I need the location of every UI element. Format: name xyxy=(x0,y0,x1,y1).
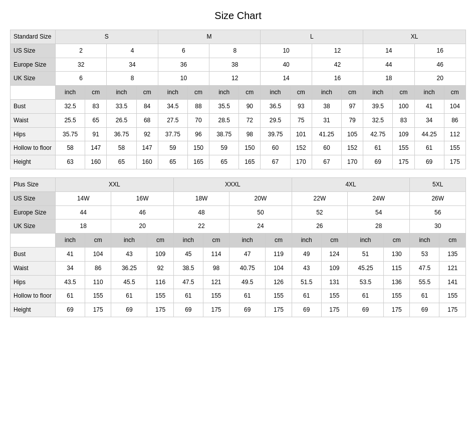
unit-0: inch xyxy=(56,86,85,100)
us-size-6: 6 xyxy=(158,44,209,58)
us-size-label-plus: US Size xyxy=(11,191,56,205)
unit-9: cm xyxy=(290,86,312,100)
europe-size-row: Europe Size 32 34 36 38 40 42 44 46 xyxy=(11,58,466,72)
unit-13: cm xyxy=(393,86,414,100)
unit-6: inch xyxy=(209,86,239,100)
unit-empty xyxy=(11,86,56,100)
hollow-label-plus: Hollow to floor xyxy=(11,289,56,303)
uk-size-row: UK Size 6 8 10 12 14 16 18 20 xyxy=(11,72,466,86)
uk-12: 12 xyxy=(209,72,261,86)
unit-8: inch xyxy=(261,86,290,100)
us-size-2: 2 xyxy=(56,44,107,58)
page-title: Size Chart xyxy=(10,10,466,22)
waist-row-standard: Waist 25.5 65 26.5 68 27.5 70 28.5 72 29… xyxy=(11,113,466,127)
uk-size-row-plus: UK Size 18 20 22 24 26 28 30 xyxy=(11,219,466,234)
eu-42: 42 xyxy=(312,58,363,72)
unit-15: cm xyxy=(444,86,465,100)
us-size-12: 12 xyxy=(312,44,363,58)
europe-size-row-plus: Europe Size 44 46 48 50 52 54 56 xyxy=(11,205,466,219)
unit-row-plus: inch cm inch cm inch cm inch cm inch cm … xyxy=(11,234,466,248)
uk-6: 6 xyxy=(56,72,107,86)
uk-8: 8 xyxy=(107,72,158,86)
unit-4: inch xyxy=(158,86,187,100)
unit-2: inch xyxy=(107,86,136,100)
group-l: L xyxy=(261,30,363,44)
eu-36: 36 xyxy=(158,58,209,72)
hollow-row-plus: Hollow to floor 61 155 61 155 61 155 61 … xyxy=(11,289,466,303)
group-xxl: XXL xyxy=(56,177,174,191)
hollow-row-standard: Hollow to floor 58 147 58 147 59 150 59 … xyxy=(11,141,466,155)
us-size-14: 14 xyxy=(363,44,414,58)
uk-20: 20 xyxy=(414,72,465,86)
us-size-row: US Size 2 4 6 8 10 12 14 16 xyxy=(11,44,466,58)
hips-row-plus: Hips 43.5 110 45.5 116 47.5 121 49.5 126… xyxy=(11,275,466,289)
plus-header-row: Plus Size XXL XXXL 4XL 5XL xyxy=(11,177,466,191)
group-xxxl: XXXL xyxy=(173,177,292,191)
uk-size-label-plus: UK Size xyxy=(11,219,56,234)
standard-header-row: Standard Size S M L XL xyxy=(11,30,466,44)
eu-46: 46 xyxy=(414,58,465,72)
uk-16: 16 xyxy=(312,72,363,86)
unit-row-standard: inch cm inch cm inch cm inch cm inch cm … xyxy=(11,86,466,100)
bust-row-plus: Bust 41 104 43 109 45 114 47 119 49 124 … xyxy=(11,247,466,261)
us-size-label: US Size xyxy=(11,44,56,58)
height-label: Height xyxy=(11,155,56,169)
eu-44: 44 xyxy=(363,58,414,72)
height-label-plus: Height xyxy=(11,303,56,317)
eu-32: 32 xyxy=(56,58,107,72)
unit-10: inch xyxy=(312,86,341,100)
us-size-8: 8 xyxy=(209,44,261,58)
uk-18: 18 xyxy=(363,72,414,86)
unit-1: cm xyxy=(85,86,107,100)
unit-14: inch xyxy=(414,86,444,100)
bust-label-plus: Bust xyxy=(11,247,56,261)
us-size-16: 16 xyxy=(414,44,465,58)
group-xl: XL xyxy=(363,30,466,44)
us-size-4: 4 xyxy=(107,44,158,58)
height-row-plus: Height 69 175 69 175 69 175 69 175 69 17… xyxy=(11,303,466,317)
europe-size-label: Europe Size xyxy=(11,58,56,72)
unit-11: cm xyxy=(341,86,363,100)
group-m: M xyxy=(158,30,261,44)
unit-3: cm xyxy=(136,86,158,100)
standard-size-label: Standard Size xyxy=(11,30,56,44)
waist-row-plus: Waist 34 86 36.25 92 38.5 98 40.75 104 4… xyxy=(11,261,466,275)
bust-label: Bust xyxy=(11,99,56,113)
unit-12: inch xyxy=(363,86,393,100)
hips-label-plus: Hips xyxy=(11,275,56,289)
uk-size-label: UK Size xyxy=(11,72,56,86)
us-size-10: 10 xyxy=(261,44,312,58)
plus-size-table: Plus Size XXL XXXL 4XL 5XL US Size 14W 1… xyxy=(10,177,466,317)
uk-14: 14 xyxy=(261,72,312,86)
uk-10: 10 xyxy=(158,72,209,86)
group-4xl: 4XL xyxy=(292,177,410,191)
hips-row-standard: Hips 35.75 91 36.75 92 37.75 96 38.75 98… xyxy=(11,127,466,141)
waist-label-plus: Waist xyxy=(11,261,56,275)
unit-7: cm xyxy=(239,86,261,100)
waist-label: Waist xyxy=(11,113,56,127)
eu-40: 40 xyxy=(261,58,312,72)
hollow-label: Hollow to floor xyxy=(11,141,56,155)
group-s: S xyxy=(56,30,158,44)
eu-38: 38 xyxy=(209,58,261,72)
unit-5: cm xyxy=(187,86,209,100)
hips-label: Hips xyxy=(11,127,56,141)
height-row-standard: Height 63 160 65 160 65 165 65 165 67 17… xyxy=(11,155,466,169)
us-size-row-plus: US Size 14W 16W 18W 20W 22W 24W 26W xyxy=(11,191,466,205)
eu-34: 34 xyxy=(107,58,158,72)
europe-size-label-plus: Europe Size xyxy=(11,205,56,219)
size-chart-container: Size Chart Standard Size S M L XL US Siz… xyxy=(10,10,466,317)
bust-row-standard: Bust 32.5 83 33.5 84 34.5 88 35.5 90 36.… xyxy=(11,99,466,113)
plus-size-label: Plus Size xyxy=(11,177,56,191)
group-5xl: 5XL xyxy=(410,177,466,191)
standard-size-table: Standard Size S M L XL US Size 2 4 6 8 1… xyxy=(10,30,466,169)
